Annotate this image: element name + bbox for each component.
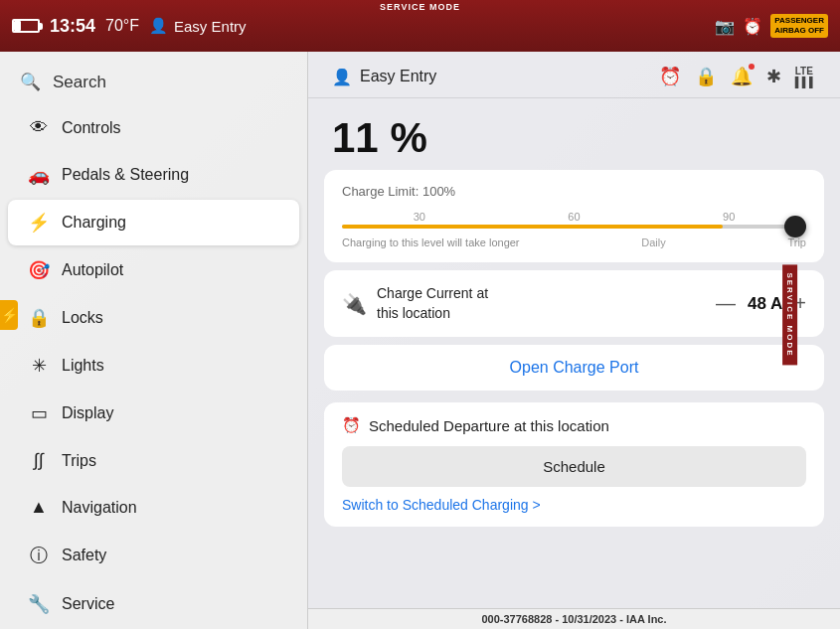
lights-icon: ✳ (28, 355, 50, 377)
status-bar: SERVICE MODE 13:54 70°F 👤 Easy Entry 📷 ⏰… (0, 0, 840, 52)
slider-fill (342, 225, 723, 229)
sidebar-label-trips: Trips (62, 452, 96, 470)
sidebar-item-pedals[interactable]: 🚗 Pedals & Steering (8, 152, 299, 198)
decrease-current-button[interactable]: — (716, 292, 736, 315)
charging-longer-label: Charging to this level will take longer (342, 236, 520, 248)
header-icons: ⏰ 🔒 🔔 ✱ LTE▌▌▌ (659, 66, 816, 87)
charge-current-left: 🔌 Charge Current atthis location (342, 284, 488, 323)
sidebar-label-navigation: Navigation (62, 499, 137, 517)
sidebar-item-display[interactable]: ▭ Display (8, 391, 299, 436)
header-bluetooth-icon: ✱ (766, 66, 781, 87)
charge-current-row: 🔌 Charge Current atthis location — 48 A … (324, 270, 824, 337)
status-time: 13:54 (50, 16, 95, 37)
battery-icon (12, 19, 40, 33)
sidebar-label-lights: Lights (62, 357, 104, 375)
charge-limit-section: Charge Limit: 100% 30 60 90 Charging to (324, 170, 824, 262)
search-label: Search (53, 73, 106, 92)
charge-limit-slider[interactable]: 30 60 90 (342, 209, 806, 229)
daily-label: Daily (641, 236, 665, 248)
sidebar-item-lights[interactable]: ✳ Lights (8, 343, 299, 389)
display-icon: ▭ (28, 402, 50, 424)
scheduled-icon: ⏰ (342, 416, 361, 434)
sidebar-label-autopilot: Autopilot (62, 261, 123, 279)
sidebar-item-service[interactable]: 🔧 Service (8, 581, 299, 627)
sidebar-item-autopilot[interactable]: 🎯 Autopilot (8, 247, 299, 293)
lte-indicator: LTE▌▌▌ (795, 66, 816, 87)
steering-icon: 🎯 (28, 259, 50, 281)
content-area: 👤 Easy Entry ⏰ 🔒 🔔 ✱ LTE▌▌▌ 11 % Charge … (308, 52, 840, 629)
header-lock-icon: 🔒 (695, 66, 717, 87)
open-charge-port-button[interactable]: Open Charge Port (510, 359, 639, 376)
switch-to-scheduled-charging-link[interactable]: Switch to Scheduled Charging > (342, 497, 806, 513)
sidebar-label-charging: Charging (62, 214, 126, 232)
lock-icon: 🔒 (28, 307, 50, 329)
lightning-side-tab: ⚡ (0, 300, 18, 330)
header-profile-label: Easy Entry (360, 68, 436, 85)
search-item[interactable]: 🔍 Search (0, 60, 307, 104)
scheduled-departure-section: ⏰ Scheduled Departure at this location S… (324, 402, 824, 527)
search-icon: 🔍 (20, 72, 41, 92)
safety-icon: ⓘ (28, 544, 50, 567)
profile-icon: 👤 (149, 17, 168, 35)
sidebar-label-safety: Safety (62, 547, 106, 564)
camera-icon: 📷 (715, 17, 735, 36)
slider-thumb[interactable] (784, 216, 806, 237)
scheduled-departure-header: ⏰ Scheduled Departure at this location (342, 416, 806, 434)
service-icon: 🔧 (28, 593, 50, 615)
passenger-airbag-warning: PASSENGERAIRBAG OFF (770, 14, 828, 39)
sidebar-item-locks[interactable]: 🔒 Locks (8, 295, 299, 341)
sidebar-item-trips[interactable]: ∫∫ Trips (8, 438, 299, 483)
schedule-button[interactable]: Schedule (342, 446, 806, 487)
status-bar-left: 13:54 70°F 👤 Easy Entry (12, 16, 715, 37)
slider-marks: 30 60 90 (342, 209, 806, 225)
eye-icon: 👁 (28, 117, 50, 138)
status-temp: 70°F (105, 17, 139, 35)
status-profile: 👤 Easy Entry (149, 17, 247, 35)
sidebar-label-display: Display (62, 404, 113, 422)
charge-current-value: 48 A (748, 294, 782, 314)
footer-text: 000-37768828 - 10/31/2023 - IAA Inc. (481, 613, 666, 625)
sidebar-item-charging[interactable]: ⚡ Charging (8, 200, 299, 245)
battery-percentage: 11 % (308, 98, 840, 170)
header-profile-icon: 👤 (332, 68, 352, 86)
header-profile: 👤 Easy Entry (332, 68, 436, 86)
status-bar-right: 📷 ⏰ PASSENGERAIRBAG OFF (715, 14, 828, 39)
sidebar-label-service: Service (62, 595, 114, 613)
trip-label: Trip (787, 236, 806, 248)
sidebar-item-safety[interactable]: ⓘ Safety (8, 532, 299, 579)
charge-limit-label: Charge Limit: 100% (342, 184, 806, 199)
main-layout: ⚡ 🔍 Search 👁 Controls 🚗 Pedals & Steerin… (0, 52, 840, 629)
footer-bar: 000-37768828 - 10/31/2023 - IAA Inc. (308, 608, 840, 629)
scheduled-departure-label: Scheduled Departure at this location (369, 417, 609, 434)
sidebar-label-locks: Locks (62, 309, 103, 327)
content-header: 👤 Easy Entry ⏰ 🔒 🔔 ✱ LTE▌▌▌ (308, 52, 840, 98)
trips-icon: ∫∫ (28, 450, 50, 471)
sidebar-item-navigation[interactable]: ▲ Navigation (8, 485, 299, 530)
header-bell-icon: 🔔 (731, 66, 753, 87)
clock-status-icon: ⏰ (743, 17, 762, 36)
sidebar: 🔍 Search 👁 Controls 🚗 Pedals & Steering … (0, 52, 308, 629)
slider-labels: Charging to this level will take longer … (342, 236, 806, 248)
sidebar-label-controls: Controls (62, 119, 121, 137)
service-mode-side-label: SERVICE MODE (782, 264, 797, 365)
sidebar-item-controls[interactable]: 👁 Controls (8, 105, 299, 150)
lightning-icon: ⚡ (28, 212, 50, 234)
navigation-icon: ▲ (28, 497, 50, 518)
charge-location-icon: 🔌 (342, 292, 367, 316)
car-icon: 🚗 (28, 164, 50, 186)
sidebar-label-pedals: Pedals & Steering (62, 166, 189, 184)
open-charge-port-row[interactable]: Open Charge Port (324, 345, 824, 391)
service-mode-label: SERVICE MODE (380, 2, 460, 12)
slider-track (342, 225, 806, 229)
header-clock-icon: ⏰ (659, 66, 681, 87)
charge-current-label: Charge Current atthis location (377, 284, 488, 323)
